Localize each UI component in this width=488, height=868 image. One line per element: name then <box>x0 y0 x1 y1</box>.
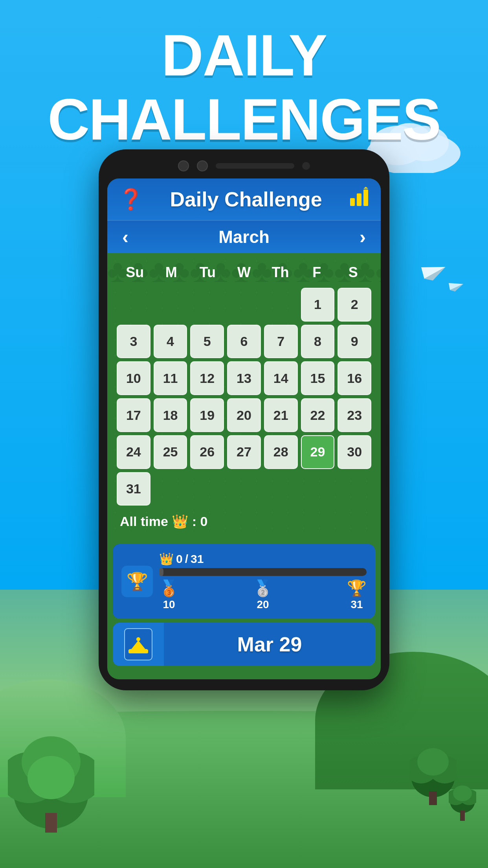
title-line2: CHALLENGES <box>0 88 488 152</box>
day-header-su: Su <box>117 261 153 284</box>
calendar-day-cell[interactable]: 24 <box>117 435 150 469</box>
calendar-empty-cell <box>117 288 150 322</box>
day-header-w: W <box>226 261 262 284</box>
question-icon[interactable]: ❓ <box>118 188 144 211</box>
calendar-day-cell[interactable]: 23 <box>338 398 371 432</box>
calendar-day-cell[interactable]: 15 <box>301 361 335 395</box>
day-header-th: Th <box>262 261 299 284</box>
phone-bottom <box>107 671 381 679</box>
leaderboard-icon[interactable] <box>348 186 370 212</box>
svg-marker-27 <box>363 187 368 189</box>
today-button-section[interactable]: Mar 29 <box>113 623 375 666</box>
svg-rect-26 <box>363 189 368 206</box>
calendar-day-cell[interactable]: 12 <box>190 361 224 395</box>
tree-right-small <box>449 782 476 821</box>
svg-point-31 <box>136 637 140 641</box>
calendar-day-cell[interactable]: 28 <box>264 435 298 469</box>
score-label: 👑 0 / 31 <box>159 552 367 566</box>
svg-rect-13 <box>45 813 57 833</box>
calendar-day-cell[interactable]: 18 <box>154 398 187 432</box>
calendar-empty-cell <box>190 288 224 322</box>
calendar-empty-cell <box>264 288 298 322</box>
phone-notch <box>107 160 381 171</box>
speaker-bar <box>216 163 294 169</box>
svg-rect-25 <box>357 193 361 206</box>
svg-point-17 <box>417 748 449 776</box>
svg-point-12 <box>28 756 75 799</box>
day-header-m: M <box>153 261 190 284</box>
birds-decoration <box>409 256 488 304</box>
milestone-silver: 🥈 20 <box>253 579 273 611</box>
calendar-day-cell[interactable]: 25 <box>154 435 187 469</box>
month-navigation: ‹ March › <box>107 220 381 253</box>
score-total: 31 <box>191 552 204 566</box>
crown-icon: 👑 <box>159 552 174 566</box>
day-header-tu: Tu <box>189 261 226 284</box>
calendar-day-cell[interactable]: 31 <box>117 472 150 506</box>
calendar-day-cell[interactable]: 21 <box>264 398 298 432</box>
all-time-score: All time 👑 : 0 <box>117 513 371 529</box>
calendar-day-cell[interactable]: 8 <box>301 325 335 359</box>
calendar-day-cell[interactable]: 19 <box>190 398 224 432</box>
app-header: ❓ Daily Challenge <box>107 178 381 220</box>
calendar-day-cell[interactable]: 20 <box>227 398 261 432</box>
today-card-icon <box>113 623 164 666</box>
calendar-day-cell[interactable]: 27 <box>227 435 261 469</box>
next-month-button[interactable]: › <box>356 226 370 248</box>
svg-point-22 <box>453 785 472 801</box>
progress-section: 🏆 👑 0 / 31 🥉 10 <box>113 544 375 619</box>
milestone-bronze: 🥉 10 <box>159 579 179 611</box>
calendar-day-cell[interactable]: 6 <box>227 325 261 359</box>
tree-left <box>8 723 94 833</box>
calendar-day-cell[interactable]: 30 <box>338 435 371 469</box>
calendar-day-cell[interactable]: 9 <box>338 325 371 359</box>
trophy-icon: 🏆 <box>127 571 148 592</box>
calendar-days: 1234567891011121314151617181920212223242… <box>117 288 371 506</box>
svg-rect-18 <box>429 791 437 805</box>
calendar-day-cell[interactable]: 29 <box>301 435 335 469</box>
title-area: DAILY CHALLENGES <box>0 24 488 152</box>
calendar-day-cell[interactable]: 13 <box>227 361 261 395</box>
calendar-day-cell[interactable]: 14 <box>264 361 298 395</box>
svg-rect-24 <box>350 198 355 206</box>
today-label: Mar 29 <box>164 633 375 656</box>
phone-wrapper: ❓ Daily Challenge ‹ March › <box>99 149 389 690</box>
calendar-day-cell[interactable]: 26 <box>190 435 224 469</box>
calendar-day-cell[interactable]: 22 <box>301 398 335 432</box>
calendar-grid: SuMTuWThFS 12345678910111213141516171819… <box>117 261 371 506</box>
score-current: 0 <box>176 552 183 566</box>
calendar-day-cell[interactable]: 4 <box>154 325 187 359</box>
milestone-gold: 🏆 31 <box>347 579 367 611</box>
front-camera <box>302 162 310 170</box>
camera-lens-left <box>178 160 189 171</box>
day-headers: SuMTuWThFS <box>117 261 371 284</box>
calendar-day-cell[interactable]: 5 <box>190 325 224 359</box>
prev-month-button[interactable]: ‹ <box>118 226 132 248</box>
calendar-empty-cell <box>154 288 187 322</box>
calendar-day-cell[interactable]: 16 <box>338 361 371 395</box>
phone-screen: ❓ Daily Challenge ‹ March › <box>107 178 381 679</box>
month-label: March <box>218 227 270 247</box>
day-header-f: F <box>299 261 335 284</box>
calendar-empty-cell <box>227 288 261 322</box>
progress-fill <box>159 568 163 576</box>
calendar-day-cell[interactable]: 7 <box>264 325 298 359</box>
calendar-day-cell[interactable]: 1 <box>301 288 335 322</box>
svg-rect-33 <box>128 649 148 653</box>
milestone-icons: 🥉 10 🥈 20 🏆 31 <box>159 579 367 611</box>
progress-content: 👑 0 / 31 🥉 10 🥈 <box>159 552 367 611</box>
title-line1: DAILY <box>0 24 488 88</box>
calendar-day-cell[interactable]: 10 <box>117 361 150 395</box>
svg-rect-23 <box>460 811 465 821</box>
header-title: Daily Challenge <box>170 188 322 211</box>
camera-lens-right <box>197 160 208 171</box>
progress-bar <box>159 568 367 576</box>
calendar-day-cell[interactable]: 17 <box>117 398 150 432</box>
calendar-day-cell[interactable]: 2 <box>338 288 371 322</box>
calendar-day-cell[interactable]: 3 <box>117 325 150 359</box>
trophy-box: 🏆 <box>121 566 153 597</box>
phone-frame: ❓ Daily Challenge ‹ March › <box>99 149 389 690</box>
calendar-area: ♣♣♣♣♣♣♣♣♣♣♣♣♣♣♣♣♣♣♣♣♣♣♣♣♣♣♣♣♣♣♣♣♣♣♣♣♣♣♣♣… <box>107 253 381 539</box>
calendar-day-cell[interactable]: 11 <box>154 361 187 395</box>
day-header-s: S <box>335 261 371 284</box>
